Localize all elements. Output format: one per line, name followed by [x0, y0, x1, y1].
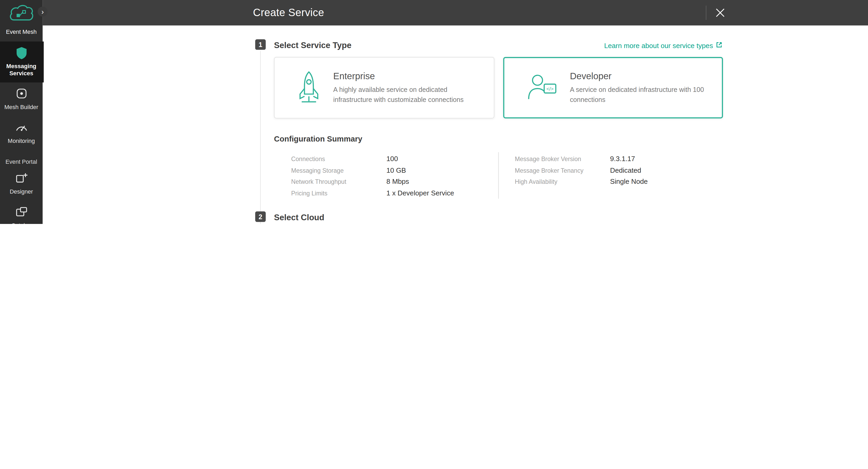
summary-label: Network Throughput — [291, 178, 386, 185]
page-title: Create Service — [253, 0, 324, 25]
sidebar-item-designer[interactable]: Designer — [0, 167, 44, 201]
learn-more-link[interactable]: Learn more about our service types — [604, 41, 722, 50]
summary-value: 8 Mbps — [386, 178, 409, 185]
main-content: 1 Select Service Type Learn more about o… — [42, 25, 868, 224]
sidebar-item-monitoring[interactable]: Monitoring — [0, 117, 44, 150]
learn-more-label: Learn more about our service types — [604, 42, 713, 50]
summary-label: Connections — [291, 156, 386, 162]
summary-row: Network Throughput 8 Mbps — [291, 176, 454, 187]
step-2-title: Select Cloud — [274, 213, 324, 222]
summary-row: Messaging Storage 10 GB — [291, 164, 454, 176]
designer-icon — [0, 172, 42, 185]
summary-row: Pricing Limits 1 x Developer Service — [291, 187, 454, 198]
card-title: Enterprise — [333, 71, 469, 81]
summary-label: Pricing Limits — [291, 190, 386, 196]
step-1-title: Select Service Type — [274, 40, 351, 50]
app-logo[interactable]: Event Mesh — [6, 4, 37, 35]
sidebar-item-label: Messaging Services — [6, 63, 36, 76]
step-connector-line — [260, 51, 261, 224]
svg-text:</>: </> — [546, 86, 553, 91]
card-title: Developer — [570, 71, 706, 81]
summary-row: Message Broker Version 9.3.1.17 — [515, 153, 648, 165]
summary-value: Single Node — [610, 178, 648, 185]
sidebar-item-catalog[interactable]: Catalog — [0, 201, 44, 224]
summary-value: 1 x Developer Service — [386, 189, 454, 197]
card-description: A service on dedicated infrastructure wi… — [570, 85, 706, 104]
summary-row: Connections 100 — [291, 153, 454, 165]
service-type-card-enterprise[interactable]: Enterprise A highly available service on… — [274, 57, 494, 119]
summary-label: High Availability — [515, 178, 610, 185]
summary-label: Messaging Storage — [291, 167, 386, 174]
sidebar-section-event-portal: Event Portal — [0, 158, 42, 164]
external-link-icon — [716, 41, 722, 50]
mesh-builder-icon — [0, 88, 42, 101]
step-2-badge: 2 — [255, 212, 266, 222]
summary-label: Message Broker Tenancy — [515, 167, 610, 174]
summary-left-column: Connections 100 Messaging Storage 10 GB … — [291, 153, 454, 199]
sidebar-expand-chevron-icon[interactable]: › — [38, 7, 48, 17]
summary-value: 9.3.1.17 — [610, 155, 635, 163]
summary-divider — [498, 152, 499, 198]
sidebar-item-label: Monitoring — [8, 137, 35, 144]
service-type-card-developer[interactable]: </> Developer A service on dedicated inf… — [503, 57, 723, 119]
summary-value: 100 — [386, 155, 398, 163]
summary-right-column: Message Broker Version 9.3.1.17 Message … — [515, 153, 648, 187]
shield-icon — [0, 46, 42, 60]
enterprise-rocket-icon — [297, 69, 321, 106]
card-description: A highly available service on dedicated … — [333, 85, 469, 104]
gauge-icon — [0, 122, 42, 135]
summary-value: 10 GB — [386, 166, 406, 174]
developer-person-code-icon: </> — [526, 72, 558, 103]
steps-container: 1 Select Service Type Learn more about o… — [255, 25, 723, 224]
summary-row: Message Broker Tenancy Dedicated — [515, 164, 648, 176]
create-service-screen: Event Mesh Messaging Services Mesh Build… — [0, 0, 868, 224]
logo-label: Event Mesh — [6, 28, 37, 35]
sidebar-item-messaging-services[interactable]: Messaging Services — [0, 41, 44, 83]
step-1-badge: 1 — [255, 39, 266, 50]
summary-value: Dedicated — [610, 166, 641, 174]
configuration-summary-title: Configuration Summary — [274, 134, 362, 144]
sidebar-item-label: Mesh Builder — [4, 103, 38, 110]
sidebar-item-label: Designer — [10, 188, 33, 194]
catalog-icon — [0, 206, 42, 219]
header-divider — [706, 5, 706, 20]
sidebar: Event Mesh Messaging Services Mesh Build… — [0, 0, 42, 224]
sidebar-item-label: Catalog — [11, 222, 31, 224]
summary-label: Message Broker Version — [515, 156, 610, 162]
close-icon[interactable] — [713, 6, 727, 19]
service-type-cards: Enterprise A highly available service on… — [274, 57, 723, 119]
cloud-logo-icon — [9, 17, 34, 26]
sidebar-item-mesh-builder[interactable]: Mesh Builder — [0, 83, 44, 117]
dialog-header: Create Service — [42, 0, 868, 25]
summary-row: High Availability Single Node — [515, 176, 648, 187]
